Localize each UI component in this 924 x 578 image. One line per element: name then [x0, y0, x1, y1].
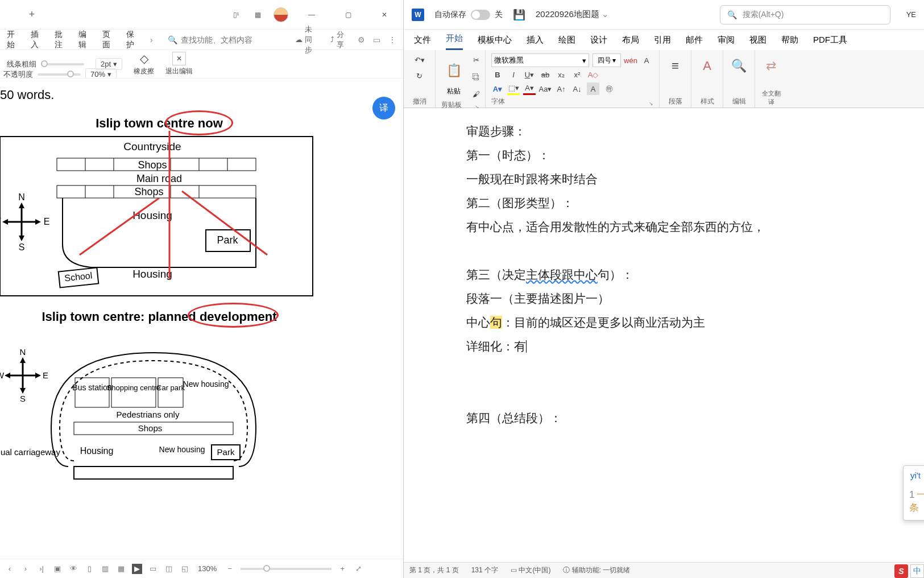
tab-insert[interactable]: 插入	[527, 35, 544, 50]
last-page-icon[interactable]: ›|	[36, 564, 47, 574]
word-page[interactable]: 审题步骤： 第一（时态）： 一般现在时跟将来时结合 第二（图形类型）： 有中心点…	[404, 108, 924, 562]
nav-pane-icon[interactable]: ▣	[52, 564, 63, 574]
tab-view[interactable]: 视图	[749, 35, 766, 50]
status-language[interactable]: ▭ 中文(中国)	[511, 565, 550, 575]
shrink-font-icon[interactable]: A↓	[571, 82, 583, 95]
styles-icon[interactable]: A	[695, 53, 720, 79]
share-button[interactable]: ⤴分享	[330, 30, 345, 50]
reader-mode-icon[interactable]: ▯¹	[230, 9, 242, 20]
tab-file[interactable]: 文件	[414, 35, 431, 50]
zoom-in-icon[interactable]: +	[337, 564, 347, 574]
redo-icon[interactable]: ↻	[413, 69, 426, 82]
user-badge[interactable]: YE	[906, 10, 916, 19]
zoom-slider[interactable]	[241, 568, 332, 570]
strike-icon[interactable]: ab	[539, 69, 552, 81]
select-icon[interactable]: ◱	[180, 564, 190, 574]
exit-edit-button[interactable]: ✕ 退出编辑	[165, 52, 193, 76]
char-border-icon[interactable]: A	[640, 54, 653, 67]
thickness-slider[interactable]	[41, 63, 84, 65]
grid-view-icon[interactable]: ▦	[252, 9, 263, 20]
eraser-tool[interactable]: ◇ 橡皮擦	[134, 52, 154, 76]
ime-candidate-1[interactable]: 1一条	[909, 488, 924, 514]
tab-design[interactable]: 设计	[590, 35, 607, 50]
cut-icon[interactable]: ✂	[470, 53, 482, 66]
bold-icon[interactable]: B	[491, 69, 504, 81]
play-icon[interactable]: ▶	[132, 564, 142, 574]
document-name[interactable]: 20220926地图题 ⌄	[536, 9, 609, 20]
menu-start[interactable]: 开始	[7, 30, 18, 50]
change-case-icon[interactable]: Aa▾	[539, 82, 552, 95]
close-button[interactable]: ✕	[371, 6, 397, 23]
kebab-icon[interactable]: ⋮	[388, 35, 396, 44]
autosave-toggle[interactable]: 自动保存 关	[434, 10, 503, 20]
save-icon[interactable]: 💾	[513, 9, 525, 21]
menu-edit[interactable]: 编辑	[78, 30, 90, 50]
layout3-icon[interactable]: ▦	[116, 564, 126, 574]
tab-pdf[interactable]: PDF工具	[813, 35, 847, 50]
ime-candidate-panel[interactable]: yi't 1一条 2一天 3一套 4一腿 5一趟 6一台 7一提 8意图	[903, 465, 924, 521]
translate-icon[interactable]: ⇄	[759, 53, 784, 79]
tab-review[interactable]: 审阅	[718, 35, 735, 50]
fullscreen-icon[interactable]: ⤢	[353, 564, 363, 574]
avatar[interactable]	[274, 7, 288, 22]
status-accessibility[interactable]: ⓘ 辅助功能: 一切就绪	[563, 565, 630, 575]
pinyin-guide-icon[interactable]: wén	[624, 54, 637, 67]
layout1-icon[interactable]: ▯	[84, 564, 94, 574]
eye-icon[interactable]: 👁	[68, 564, 78, 574]
grow-font-icon[interactable]: A↑	[555, 82, 567, 95]
translate-fab[interactable]: 译	[372, 97, 395, 119]
left-search-input[interactable]	[181, 35, 280, 44]
tab-home[interactable]: 开始	[446, 33, 463, 50]
gear-icon[interactable]: ⚙	[358, 35, 365, 44]
maximize-button[interactable]: ▢	[335, 6, 361, 23]
tab-mail[interactable]: 邮件	[686, 35, 703, 50]
text-effects-icon[interactable]: A▾	[491, 82, 504, 95]
copy-icon[interactable]: ⿻	[470, 71, 482, 83]
new-tab-button[interactable]: +	[24, 7, 40, 23]
sogou-ime-icon[interactable]: S	[894, 564, 908, 578]
undo-icon[interactable]: ↶▾	[413, 53, 426, 66]
paragraph-icon[interactable]: ≡	[663, 53, 688, 79]
enclose-char-icon[interactable]: ㊕	[603, 82, 615, 95]
clear-format-icon[interactable]: A◇	[587, 69, 599, 81]
menu-page[interactable]: 页面	[102, 30, 114, 50]
document-canvas[interactable]: 译 50 words. Islip town centre now Countr…	[0, 79, 403, 559]
prev-page-icon[interactable]: ‹	[5, 564, 15, 574]
status-page[interactable]: 第 1 页，共 1 页	[409, 565, 459, 575]
toggle-switch[interactable]	[471, 10, 490, 20]
layout2-icon[interactable]: ▥	[100, 564, 110, 574]
superscript-icon[interactable]: x²	[571, 69, 583, 81]
font-size-select[interactable]: 四号▾	[592, 53, 621, 67]
menu-protect[interactable]: 保护	[126, 30, 138, 50]
format-painter-icon[interactable]: 🖌	[470, 88, 482, 100]
word-search[interactable]: 🔍 搜索(Alt+Q)	[720, 5, 890, 24]
fit-icon[interactable]: ▭	[148, 564, 158, 574]
font-family-select[interactable]: 微软雅黑▾	[491, 53, 589, 67]
tab-help[interactable]: 帮助	[781, 35, 798, 50]
menu-annotate[interactable]: 批注	[55, 30, 66, 50]
chat-icon[interactable]: ▭	[373, 35, 380, 44]
tab-draw[interactable]: 绘图	[558, 35, 575, 50]
minimize-button[interactable]: —	[299, 6, 325, 23]
subscript-icon[interactable]: x₂	[555, 69, 567, 81]
font-color-icon[interactable]: A▾	[523, 82, 536, 95]
menu-insert[interactable]: 插入	[31, 30, 42, 50]
next-page-icon[interactable]: ›	[20, 564, 31, 574]
highlight-icon[interactable]: ⬚▾	[507, 82, 520, 95]
tab-template[interactable]: 模板中心	[478, 35, 512, 50]
crop-icon[interactable]: ◫	[164, 564, 174, 574]
zoom-out-icon[interactable]: −	[225, 564, 235, 574]
paste-icon[interactable]: 📋	[441, 58, 466, 83]
chinese-mode-icon[interactable]: 中	[910, 564, 924, 578]
left-search[interactable]: 🔍	[165, 33, 283, 47]
underline-icon[interactable]: U▾	[523, 69, 536, 81]
char-shading-icon[interactable]: A	[587, 82, 599, 95]
opacity-slider[interactable]	[38, 73, 81, 76]
tab-references[interactable]: 引用	[654, 35, 671, 50]
italic-icon[interactable]: I	[507, 69, 520, 81]
find-icon[interactable]: 🔍	[727, 53, 752, 79]
font-launcher-icon[interactable]: ↘	[649, 101, 653, 106]
status-wordcount[interactable]: 131 个字	[471, 565, 498, 575]
menu-overflow-icon[interactable]: ›	[150, 35, 153, 44]
tab-layout[interactable]: 布局	[622, 35, 639, 50]
